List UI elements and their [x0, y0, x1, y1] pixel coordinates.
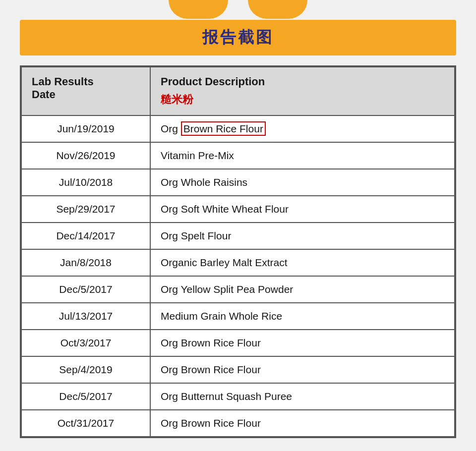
table-row: Nov/26/2019Vitamin Pre-Mix	[21, 142, 455, 169]
date-cell: Sep/4/2019	[21, 356, 150, 383]
date-cell: Nov/26/2019	[21, 142, 150, 169]
table-row: Sep/4/2019Org Brown Rice Flour	[21, 356, 455, 383]
date-cell: Oct/31/2017	[21, 410, 150, 437]
product-cell: Org Soft White Wheat Flour	[150, 196, 455, 223]
highlighted-text: Brown Rice Flour	[181, 121, 266, 136]
table-row: Jul/13/2017Medium Grain Whole Rice	[21, 303, 455, 330]
top-tab-left	[169, 0, 228, 19]
date-cell: Oct/3/2017	[21, 330, 150, 356]
table-row: Dec/5/2017Org Yellow Split Pea Powder	[21, 276, 455, 303]
date-cell: Dec/14/2017	[21, 223, 150, 249]
date-cell: Jun/19/2019	[21, 115, 150, 142]
date-cell: Jan/8/2018	[21, 249, 150, 276]
date-cell: Dec/5/2017	[21, 383, 150, 410]
product-cell: Org Yellow Split Pea Powder	[150, 276, 455, 303]
page-container: 报告截图 Lab ResultsDate Product Description…	[0, 0, 476, 451]
header-banner: 报告截图	[20, 20, 456, 56]
results-table: Lab ResultsDate Product Description 糙米粉 …	[21, 66, 455, 437]
table-row: Dec/5/2017Org Butternut Squash Puree	[21, 383, 455, 410]
product-cell: Org Butternut Squash Puree	[150, 383, 455, 410]
table-row: Dec/14/2017Org Spelt Flour	[21, 223, 455, 249]
table-row: Oct/31/2017Org Brown Rice Flour	[21, 410, 455, 437]
product-cell: Medium Grain Whole Rice	[150, 303, 455, 330]
table-header-row: Lab ResultsDate Product Description 糙米粉	[21, 67, 455, 115]
table-row: Jun/19/2019Org Brown Rice Flour	[21, 115, 455, 142]
product-cell: Organic Barley Malt Extract	[150, 249, 455, 276]
table-container: Lab ResultsDate Product Description 糙米粉 …	[20, 65, 456, 438]
col-desc-header: Product Description 糙米粉	[150, 67, 455, 115]
product-cell: Org Spelt Flour	[150, 223, 455, 249]
chinese-subtitle: 糙米粉	[161, 92, 444, 107]
top-tabs	[169, 0, 307, 19]
table-row: Sep/29/2017Org Soft White Wheat Flour	[21, 196, 455, 223]
date-cell: Jul/13/2017	[21, 303, 150, 330]
product-cell: Org Brown Rice Flour	[150, 115, 455, 142]
table-row: Oct/3/2017Org Brown Rice Flour	[21, 330, 455, 356]
top-tab-right	[248, 0, 307, 19]
date-cell: Dec/5/2017	[21, 276, 150, 303]
date-cell: Sep/29/2017	[21, 196, 150, 223]
table-row: Jul/10/2018Org Whole Raisins	[21, 169, 455, 196]
table-row: Jan/8/2018Organic Barley Malt Extract	[21, 249, 455, 276]
product-cell: Org Brown Rice Flour	[150, 356, 455, 383]
header-title: 报告截图	[202, 28, 274, 46]
product-cell: Vitamin Pre-Mix	[150, 142, 455, 169]
col-date-header: Lab ResultsDate	[21, 67, 150, 115]
product-cell: Org Brown Rice Flour	[150, 330, 455, 356]
product-cell: Org Whole Raisins	[150, 169, 455, 196]
date-cell: Jul/10/2018	[21, 169, 150, 196]
product-cell: Org Brown Rice Flour	[150, 410, 455, 437]
